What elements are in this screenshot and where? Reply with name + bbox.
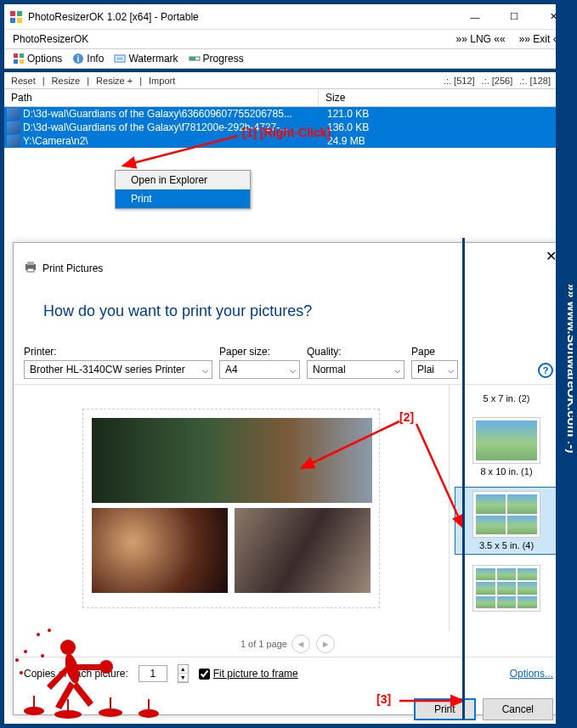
- printer-select[interactable]: Brother HL-3140CW series Printer: [24, 360, 212, 379]
- print-title: Print Pictures: [42, 262, 103, 274]
- copies-input[interactable]: 1: [139, 665, 167, 682]
- context-menu: Open in Explorer Print: [115, 170, 251, 209]
- help-icon[interactable]: ?: [538, 363, 553, 378]
- app-icon: [9, 10, 23, 24]
- window-title: PhotoResizerOK 1.02 [x64] - Portable: [28, 11, 455, 23]
- preview-page: [82, 409, 380, 608]
- size-256-button[interactable]: .:. [256]: [482, 76, 513, 86]
- fit-to-frame-checkbox[interactable]: Fit picture to frame: [199, 668, 298, 680]
- paper-type-label: Pape: [411, 346, 458, 358]
- file-icon: [7, 121, 20, 133]
- layout-option-selected[interactable]: 3.5 x 5 in. (4): [455, 487, 558, 555]
- print-dialog: ✕ Print Pictures How do you want to prin…: [13, 242, 564, 715]
- copies-label: Copies of each picture:: [24, 668, 128, 680]
- print-footer: Copies of each picture: 1 ▲▼ Fit picture…: [14, 657, 563, 690]
- annotation-2: [2]: [399, 410, 414, 424]
- column-size[interactable]: Size: [319, 89, 573, 106]
- paper-type-select[interactable]: Plai: [411, 360, 458, 379]
- annotation-1: [1] [Right-Click]: [242, 126, 331, 139]
- file-list-header: Path Size: [4, 88, 573, 107]
- action-bar: Reset| Resize| Resize +| Import .:. [512…: [4, 69, 573, 88]
- layout-option[interactable]: 5 x 7 in. (2): [455, 390, 558, 407]
- layout-option[interactable]: [455, 562, 558, 618]
- svg-rect-4: [14, 54, 18, 58]
- svg-text:i: i: [77, 54, 80, 64]
- file-icon: [7, 108, 20, 120]
- next-page-button[interactable]: ►: [316, 635, 335, 653]
- file-list: D:\3d-wal\Guardians of the Galaxy\636609…: [4, 107, 573, 182]
- resize-plus-button[interactable]: Resize +: [96, 76, 133, 86]
- layout-option[interactable]: 8 x 10 in. (1): [455, 414, 558, 480]
- svg-rect-7: [20, 59, 24, 64]
- window-titlebar: PhotoResizerOK 1.02 [x64] - Portable — ☐…: [4, 4, 573, 30]
- svg-rect-13: [190, 57, 195, 60]
- file-icon: [7, 135, 20, 147]
- subheader: PhotoResizerOK »» LNG «« »» Exit ««: [4, 30, 573, 48]
- layout-panel[interactable]: 5 x 7 in. (2) 8 x 10 in. (1) 3.5 x 5 in.…: [449, 385, 563, 631]
- import-button[interactable]: Import: [149, 76, 175, 86]
- preview-area: [14, 385, 449, 631]
- print-button[interactable]: Print: [414, 698, 476, 720]
- quality-label: Quality:: [307, 346, 404, 358]
- preview-thumb: [235, 508, 371, 593]
- print-heading: How do you want to print your pictures?: [14, 285, 563, 346]
- options-icon: [13, 53, 25, 65]
- annotation-divider: [462, 238, 465, 720]
- preview-thumb: [92, 508, 228, 593]
- svg-rect-20: [27, 268, 34, 272]
- pager: 1 of 1 page ◄ ►: [14, 631, 563, 657]
- quality-select[interactable]: Normal: [307, 360, 404, 379]
- context-open-explorer[interactable]: Open in Explorer: [116, 171, 250, 189]
- printer-icon: [24, 260, 37, 277]
- svg-rect-6: [14, 59, 18, 64]
- svg-rect-2: [10, 18, 15, 23]
- preview-thumb: [92, 418, 372, 503]
- resize-button[interactable]: Resize: [52, 76, 81, 86]
- dialog-buttons: Print Cancel: [14, 690, 563, 728]
- context-print[interactable]: Print: [116, 189, 250, 208]
- svg-rect-3: [17, 18, 22, 23]
- info-button[interactable]: i Info: [72, 53, 104, 65]
- watermark-sidebar: »» www.SoftwareOK.com :-): [556, 4, 577, 724]
- svg-rect-5: [20, 54, 24, 58]
- watermark-button[interactable]: Watermark: [114, 53, 178, 65]
- svg-rect-11: [116, 57, 123, 60]
- paper-size-select[interactable]: A4: [219, 360, 300, 379]
- annotation-3: [3]: [376, 692, 391, 706]
- maximize-button[interactable]: ☐: [495, 4, 534, 30]
- options-button[interactable]: Options: [13, 53, 62, 65]
- reset-button[interactable]: Reset: [11, 76, 36, 86]
- progress-icon: [189, 53, 201, 65]
- progress-button[interactable]: Progress: [189, 53, 244, 65]
- minimize-button[interactable]: —: [455, 4, 495, 30]
- cancel-button[interactable]: Cancel: [483, 698, 553, 720]
- print-options-row: Printer: Brother HL-3140CW series Printe…: [14, 346, 563, 385]
- size-512-button[interactable]: .:. [512]: [444, 76, 475, 86]
- svg-rect-19: [27, 262, 34, 265]
- size-128-button[interactable]: .:. [128]: [519, 76, 551, 86]
- info-icon: i: [72, 53, 84, 65]
- app-subtitle[interactable]: PhotoResizerOK: [13, 33, 456, 45]
- paper-size-label: Paper size:: [219, 346, 300, 358]
- svg-rect-0: [10, 11, 15, 16]
- column-path[interactable]: Path: [4, 89, 319, 106]
- main-toolbar: Options i Info Watermark Progress: [4, 48, 573, 69]
- language-menu[interactable]: »» LNG ««: [456, 33, 506, 45]
- options-link[interactable]: Options...: [510, 668, 553, 680]
- svg-rect-1: [17, 11, 22, 16]
- copies-stepper[interactable]: ▲▼: [178, 664, 189, 683]
- prev-page-button[interactable]: ◄: [291, 635, 310, 653]
- watermark-icon: [114, 53, 126, 65]
- printer-label: Printer:: [24, 346, 212, 358]
- list-item[interactable]: D:\3d-wal\Guardians of the Galaxy\636609…: [4, 107, 573, 121]
